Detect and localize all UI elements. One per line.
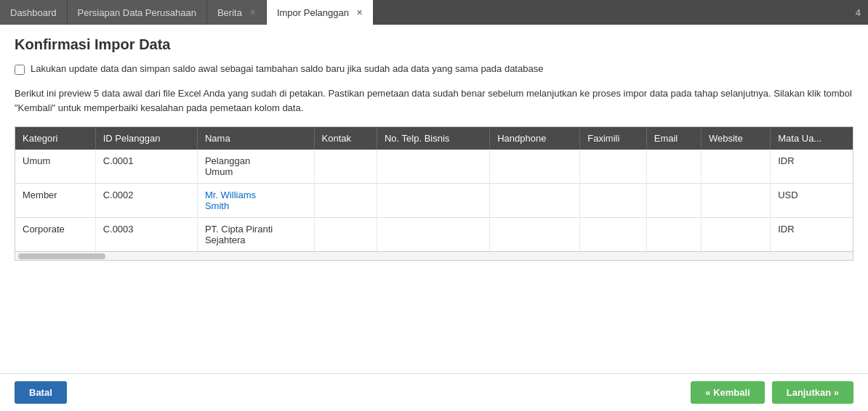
cell-handphone	[490, 184, 580, 218]
cancel-button[interactable]: Batal	[15, 381, 67, 404]
cell-nama: PT. Cipta PirantiSejahtera	[197, 218, 314, 252]
tab-impor-close[interactable]: ✕	[356, 8, 363, 17]
footer-right-buttons: « Kembali Lanjutkan »	[691, 381, 853, 404]
cell-faximili	[580, 218, 646, 252]
tab-impor-label: Impor Pelanggan	[277, 7, 349, 18]
cell-kategori: Member	[15, 184, 95, 218]
cell-mata-uang: USD	[771, 184, 853, 218]
table-row: Umum C.0001 PelangganUmum IDR	[15, 150, 853, 184]
tab-impor[interactable]: Impor Pelanggan ✕	[267, 0, 374, 25]
cell-handphone	[490, 150, 580, 184]
cell-handphone	[490, 218, 580, 252]
tab-persiapan[interactable]: Persiapan Data Perusahaan	[68, 0, 207, 25]
update-checkbox[interactable]	[15, 65, 25, 75]
update-checkbox-row: Lakukan update data dan simpan saldo awa…	[15, 63, 853, 75]
info-text: Berikut ini preview 5 data awal dari fil…	[15, 86, 853, 115]
main-content: Konfirmasi Impor Data Lakukan update dat…	[0, 25, 868, 373]
page-title: Konfirmasi Impor Data	[15, 36, 853, 53]
col-email: Email	[646, 127, 701, 150]
tab-persiapan-label: Persiapan Data Perusahaan	[78, 7, 196, 18]
back-button[interactable]: « Kembali	[691, 381, 764, 404]
data-table-container: Kategori ID Pelanggan Nama Kontak No. Te…	[15, 126, 853, 252]
horizontal-scrollbar[interactable]	[15, 252, 853, 261]
tab-berita[interactable]: Berita ✕	[207, 0, 267, 25]
tab-extra-count: 4	[848, 0, 868, 25]
cell-website	[701, 150, 770, 184]
cell-id: C.0002	[95, 184, 197, 218]
next-button[interactable]: Lanjutkan »	[772, 381, 853, 404]
table-header-row: Kategori ID Pelanggan Nama Kontak No. Te…	[15, 127, 853, 150]
cell-kategori: Umum	[15, 150, 95, 184]
cell-email	[646, 184, 701, 218]
cell-mata-uang: IDR	[771, 218, 853, 252]
cell-id: C.0001	[95, 150, 197, 184]
cell-faximili	[580, 150, 646, 184]
col-kontak: Kontak	[314, 127, 377, 150]
tab-bar: Dashboard Persiapan Data Perusahaan Beri…	[0, 0, 868, 25]
cell-kontak	[314, 184, 377, 218]
col-mata-uang: Mata Ua...	[771, 127, 853, 150]
table-row: Corporate C.0003 PT. Cipta PirantiSejaht…	[15, 218, 853, 252]
cell-nama: Mr. WilliamsSmith	[197, 184, 314, 218]
cell-kategori: Corporate	[15, 218, 95, 252]
cell-website	[701, 218, 770, 252]
cell-email	[646, 150, 701, 184]
footer: Batal « Kembali Lanjutkan »	[0, 373, 868, 411]
tab-berita-close[interactable]: ✕	[249, 8, 256, 17]
cell-mata-uang: IDR	[771, 150, 853, 184]
scrollbar-thumb	[18, 253, 105, 259]
col-handphone: Handphone	[490, 127, 580, 150]
tab-dashboard[interactable]: Dashboard	[0, 0, 68, 25]
col-website: Website	[701, 127, 770, 150]
col-kategori: Kategori	[15, 127, 95, 150]
cell-id: C.0003	[95, 218, 197, 252]
col-faximili: Faximili	[580, 127, 646, 150]
checkbox-label: Lakukan update data dan simpan saldo awa…	[31, 63, 543, 74]
cell-no-telp	[377, 184, 489, 218]
col-id-pelanggan: ID Pelanggan	[95, 127, 197, 150]
cell-no-telp	[377, 218, 489, 252]
cell-email	[646, 218, 701, 252]
cell-kontak	[314, 150, 377, 184]
cell-kontak	[314, 218, 377, 252]
cell-faximili	[580, 184, 646, 218]
tab-dashboard-label: Dashboard	[10, 7, 57, 18]
tab-berita-label: Berita	[217, 7, 242, 18]
table-row: Member C.0002 Mr. WilliamsSmith USD	[15, 184, 853, 218]
col-nama: Nama	[197, 127, 314, 150]
col-no-telp: No. Telp. Bisnis	[377, 127, 489, 150]
cell-website	[701, 184, 770, 218]
cell-nama: PelangganUmum	[197, 150, 314, 184]
cell-no-telp	[377, 150, 489, 184]
data-table: Kategori ID Pelanggan Nama Kontak No. Te…	[15, 127, 853, 251]
